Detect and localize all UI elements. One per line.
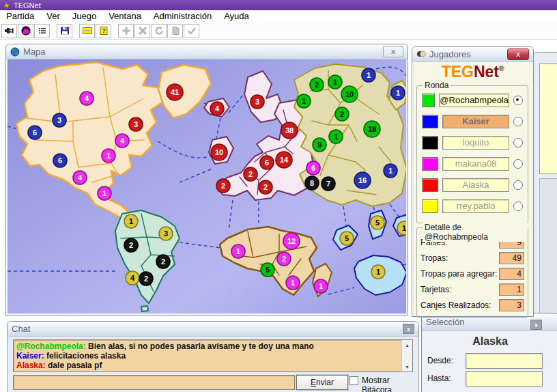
background-window-panel2 <box>539 178 557 313</box>
detail-group: Detalle de @Rochabmpeola Paises:9Tropas:… <box>416 227 528 318</box>
world-map[interactable]: 4413634164143381061422268721110121811916… <box>8 59 406 313</box>
chat-input[interactable] <box>13 375 295 390</box>
chat-text: dale pasala pf <box>46 361 102 370</box>
army-count: 2 <box>282 255 286 263</box>
refresh-button[interactable] <box>151 24 167 38</box>
army-count: 2 <box>144 275 148 283</box>
send-button[interactable]: Enviar <box>296 375 348 390</box>
chat-messages: @Rochabmpeola: Bien alas, si no podes pa… <box>14 340 412 370</box>
delete-button[interactable] <box>134 24 150 38</box>
map-close-button[interactable]: X <box>383 46 403 57</box>
army-count: 1 <box>402 224 406 232</box>
players-close-button[interactable]: X <box>507 48 529 60</box>
player-radio[interactable] <box>513 117 523 126</box>
army-count: 5 <box>266 266 270 274</box>
chat-close-button[interactable]: x <box>403 324 414 334</box>
globe-icon <box>10 47 20 57</box>
menu-juego[interactable]: Juego <box>66 10 102 23</box>
army-count: 10 <box>215 148 223 156</box>
players-window-titlebar[interactable]: Jugadores X <box>412 47 533 62</box>
army-count: 41 <box>171 88 179 96</box>
army-count: 6 <box>311 164 315 172</box>
chat-author: Alaska: <box>16 361 46 370</box>
add-button[interactable] <box>118 24 134 38</box>
army-count: 1 <box>302 97 306 105</box>
player-name-field: makana08 <box>442 157 509 171</box>
selection-window: Selección x Alaska Desde: Hasta: <box>421 313 557 392</box>
player-name-field: Kaiser <box>442 115 509 128</box>
connect-button[interactable] <box>1 24 17 38</box>
army-count: 6 <box>265 158 269 167</box>
map-window-titlebar[interactable]: Mapa X <box>6 44 408 59</box>
menu-ayuda[interactable]: Ayuda <box>218 10 255 23</box>
menu-administracion[interactable]: Administración <box>147 10 218 23</box>
army-count: 2 <box>263 183 268 191</box>
army-count: 1 <box>333 78 337 86</box>
ronda-group-label: Ronda <box>423 81 451 90</box>
selection-close-button[interactable]: x <box>530 320 542 330</box>
detail-value: 3 <box>499 299 524 311</box>
detail-row: Canjes Realizados:3 <box>417 297 528 313</box>
player-color-swatch <box>422 157 438 171</box>
player-radio[interactable] <box>513 138 523 148</box>
player-radio[interactable] <box>513 201 523 211</box>
app-title: TEGNet <box>14 1 41 10</box>
player-radio[interactable] <box>513 96 523 105</box>
save-icon <box>59 25 70 36</box>
player-row: makana08 <box>422 157 523 171</box>
chat-message: Alaska: dale pasala pf <box>16 361 399 370</box>
player-radio[interactable] <box>513 159 523 169</box>
save-button[interactable] <box>57 24 72 38</box>
message-button[interactable] <box>79 24 95 38</box>
list-button[interactable] <box>34 24 50 38</box>
menu-ver[interactable]: Ver <box>40 10 66 23</box>
player-color-swatch <box>422 94 435 107</box>
scroll-up-icon[interactable]: ▲ <box>402 340 412 350</box>
army-count: 4 <box>120 137 125 145</box>
player-row: loquito <box>422 136 523 150</box>
background-window-panel <box>539 64 557 174</box>
confirm-icon <box>186 25 197 36</box>
player-color-swatch <box>422 115 438 128</box>
map-canvas[interactable]: 4413634164143381061422268721110121811916… <box>8 59 406 313</box>
to-input[interactable] <box>466 371 543 387</box>
chat-window-body: @Rochabmpeola: Bien alas, si no podes pa… <box>9 337 417 392</box>
army-count: 2 <box>315 81 319 89</box>
army-count: 2 <box>248 170 253 178</box>
army-count: 3 <box>255 98 259 106</box>
chat-text: felicitaciones alaska <box>44 351 126 361</box>
confirm-button[interactable] <box>184 24 199 38</box>
from-label: Desde: <box>427 356 453 365</box>
help-button[interactable]: ? <box>96 24 111 38</box>
player-row: rrey.pablo <box>422 199 523 213</box>
world-button[interactable] <box>18 24 33 38</box>
army-count: 38 <box>285 126 294 135</box>
menu-partida[interactable]: Partida <box>0 10 40 23</box>
show-log-checkbox[interactable] <box>349 376 358 385</box>
army-count: 2 <box>161 257 165 266</box>
help-icon: ? <box>98 25 109 36</box>
chat-scrollbar[interactable]: ▲ ▼ <box>401 340 412 372</box>
toolbar: ? <box>0 23 557 40</box>
army-count: 9 <box>317 141 322 149</box>
background-window <box>532 52 557 317</box>
menu-ventana[interactable]: Ventana <box>102 10 147 23</box>
army-count: 5 <box>375 219 380 227</box>
player-radio[interactable] <box>513 180 523 190</box>
chat-message-area[interactable]: @Rochabmpeola: Bien alas, si no podes pa… <box>13 339 413 372</box>
copy-button[interactable] <box>167 24 183 38</box>
player-row: Kaiser <box>422 115 523 128</box>
chat-window-titlebar[interactable]: Chat x <box>8 322 418 337</box>
army-count: 1 <box>334 132 338 141</box>
army-count: 3 <box>164 229 168 238</box>
from-input[interactable] <box>466 353 543 369</box>
detail-value: 1 <box>499 283 524 296</box>
map-window-title: Mapa <box>23 46 46 57</box>
player-row: @Rochabmpeola <box>422 94 523 107</box>
connect-icon <box>4 25 15 36</box>
detail-label: Tarjetas: <box>420 285 499 294</box>
app-icon <box>3 1 10 9</box>
detail-row: Tarjetas:1 <box>417 281 528 297</box>
chat-author: Kaiser: <box>16 351 44 361</box>
scroll-down-icon[interactable]: ▼ <box>402 362 412 372</box>
